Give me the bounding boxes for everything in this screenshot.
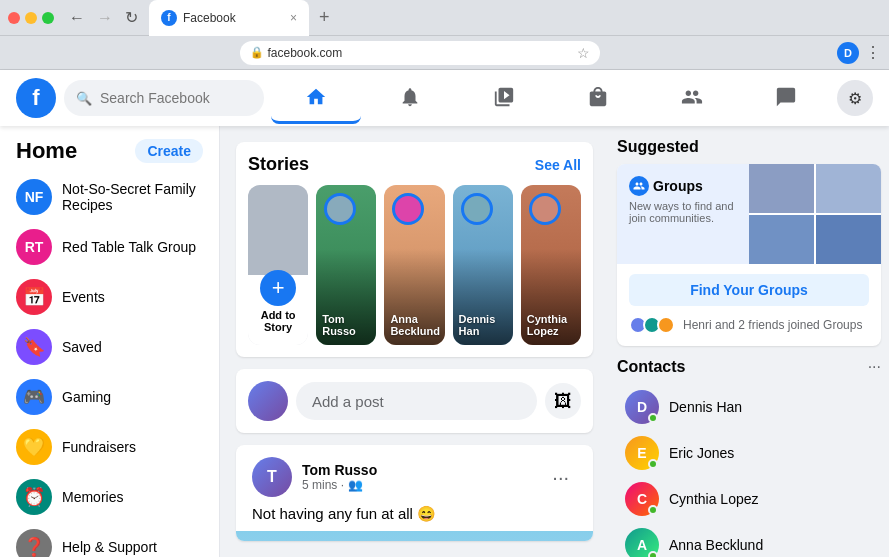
story-dennis-label: Dennis Han: [459, 313, 507, 337]
nav-home[interactable]: [271, 72, 361, 124]
url-text: facebook.com: [268, 46, 343, 60]
fundraisers-icon: 💛: [16, 429, 52, 465]
saved-label: Saved: [62, 339, 102, 355]
refresh-button[interactable]: ↻: [120, 6, 143, 29]
address-bar-row: 🔒 facebook.com ☆ D ⋮: [0, 36, 889, 70]
contact-anna[interactable]: A Anna Becklund: [617, 522, 881, 557]
contact-cynthia-name: Cynthia Lopez: [669, 491, 759, 507]
contact-cynthia[interactable]: C Cynthia Lopez: [617, 476, 881, 522]
sidebar-item-events[interactable]: 📅 Events: [8, 272, 211, 322]
groups-card-info: Groups New ways to find and join communi…: [617, 164, 749, 264]
fb-logo[interactable]: f: [16, 78, 56, 118]
story-tom[interactable]: Tom Russo: [316, 185, 376, 345]
address-bar[interactable]: 🔒 facebook.com ☆: [240, 41, 600, 65]
post-user-info: Tom Russo 5 mins · 👥: [302, 462, 534, 492]
groups-friends-text: Henri and 2 friends joined Groups: [683, 318, 862, 332]
memories-icon: ⏰: [16, 479, 52, 515]
groups-friends-row: Henri and 2 friends joined Groups: [617, 316, 881, 346]
nav-right: ⚙: [837, 80, 873, 116]
online-indicator: [648, 551, 658, 557]
contact-eric[interactable]: E Eric Jones: [617, 430, 881, 476]
feed-post: T Tom Russo 5 mins · 👥 ··· Not having an…: [236, 445, 593, 541]
dot-red[interactable]: [8, 12, 20, 24]
nav-marketplace[interactable]: [553, 72, 643, 124]
contacts-more-button[interactable]: ···: [868, 358, 881, 376]
dot-yellow[interactable]: [25, 12, 37, 24]
story-anna[interactable]: Anna Becklund: [384, 185, 444, 345]
stories-title: Stories: [248, 154, 309, 175]
find-groups-button[interactable]: Find Your Groups: [629, 274, 869, 306]
post-box-top: Add a post 🖼: [248, 381, 581, 421]
nav-messenger[interactable]: [741, 72, 831, 124]
post-meta: 5 mins · 👥: [302, 478, 534, 492]
new-tab-button[interactable]: +: [315, 7, 334, 28]
story-dennis[interactable]: Dennis Han: [453, 185, 513, 345]
nav-groups[interactable]: [647, 72, 737, 124]
contacts-section: Contacts ··· D Dennis Han E E: [617, 358, 881, 557]
dot-green[interactable]: [42, 12, 54, 24]
sidebar-item-gaming[interactable]: 🎮 Gaming: [8, 372, 211, 422]
groups-circle-icon: [629, 176, 649, 196]
sidebar-item-fundraisers[interactable]: 💛 Fundraisers: [8, 422, 211, 472]
fb-body: Home Create NF Not-So-Secret Family Reci…: [0, 126, 889, 557]
help-icon: ❓: [16, 529, 52, 557]
browser-nav-buttons: ← → ↻: [64, 6, 143, 29]
back-button[interactable]: ←: [64, 6, 90, 29]
browser-profile-avatar[interactable]: D: [837, 42, 859, 64]
add-story-icon: +: [260, 270, 296, 306]
family-recipes-label: Not-So-Secret Family Recipes: [62, 181, 203, 213]
story-tom-label: Tom Russo: [322, 313, 370, 337]
online-indicator: [648, 459, 658, 469]
sidebar: Home Create NF Not-So-Secret Family Reci…: [0, 126, 220, 557]
star-icon[interactable]: ☆: [577, 45, 590, 61]
sidebar-item-help-support[interactable]: ❓ Help & Support: [8, 522, 211, 557]
search-icon: 🔍: [76, 91, 92, 106]
see-all-link[interactable]: See All: [535, 157, 581, 173]
post-photo-button[interactable]: 🖼: [545, 383, 581, 419]
post-image: [236, 531, 593, 541]
nav-watch[interactable]: [459, 72, 549, 124]
contacts-title: Contacts: [617, 358, 685, 376]
sidebar-item-red-table[interactable]: RT Red Table Talk Group: [8, 222, 211, 272]
search-bar[interactable]: 🔍: [64, 80, 264, 116]
settings-button[interactable]: ⚙: [837, 80, 873, 116]
red-table-label: Red Table Talk Group: [62, 239, 196, 255]
family-recipes-icon: NF: [16, 179, 52, 215]
red-table-icon: RT: [16, 229, 52, 265]
add-story-label: Add to Story: [256, 309, 300, 333]
tab-title: Facebook: [183, 11, 236, 25]
contact-dennis[interactable]: D Dennis Han: [617, 384, 881, 430]
memories-label: Memories: [62, 489, 123, 505]
sidebar-item-saved[interactable]: 🔖 Saved: [8, 322, 211, 372]
post-more-button[interactable]: ···: [544, 462, 577, 493]
stories-row: + Add to Story Tom Russo Anna: [248, 185, 581, 345]
create-button[interactable]: Create: [135, 139, 203, 163]
lock-icon: 🔒: [250, 46, 264, 59]
post-author-avatar[interactable]: T: [252, 457, 292, 497]
groups-title: Groups: [653, 178, 703, 194]
forward-button[interactable]: →: [92, 6, 118, 29]
post-input-fake[interactable]: Add a post: [296, 382, 537, 420]
sidebar-item-memories[interactable]: ⏰ Memories: [8, 472, 211, 522]
browser-chrome: ← → ↻ f Facebook × +: [0, 0, 889, 36]
story-cynthia[interactable]: Cynthia Lopez: [521, 185, 581, 345]
suggested-section: Suggested Groups New ways to find and jo…: [617, 138, 881, 346]
help-label: Help & Support: [62, 539, 157, 555]
search-input[interactable]: [100, 90, 250, 106]
nav-notifications[interactable]: [365, 72, 455, 124]
story-add[interactable]: + Add to Story: [248, 185, 308, 345]
sidebar-title: Home: [16, 138, 77, 164]
groups-desc: New ways to find and join communities.: [629, 200, 737, 224]
tab-close[interactable]: ×: [290, 11, 297, 25]
groups-card-images: [749, 164, 881, 264]
post-box: Add a post 🖼: [236, 369, 593, 433]
post-time: 5 mins ·: [302, 478, 344, 492]
fb-app: f 🔍 ⚙: [0, 70, 889, 557]
contacts-header: Contacts ···: [617, 358, 881, 376]
sidebar-item-family-recipes[interactable]: NF Not-So-Secret Family Recipes: [8, 172, 211, 222]
browser-menu-icon[interactable]: ⋮: [865, 43, 881, 62]
stories-header: Stories See All: [248, 154, 581, 175]
groups-card: Groups New ways to find and join communi…: [617, 164, 881, 346]
browser-tab[interactable]: f Facebook ×: [149, 0, 309, 36]
post-author-name[interactable]: Tom Russo: [302, 462, 534, 478]
